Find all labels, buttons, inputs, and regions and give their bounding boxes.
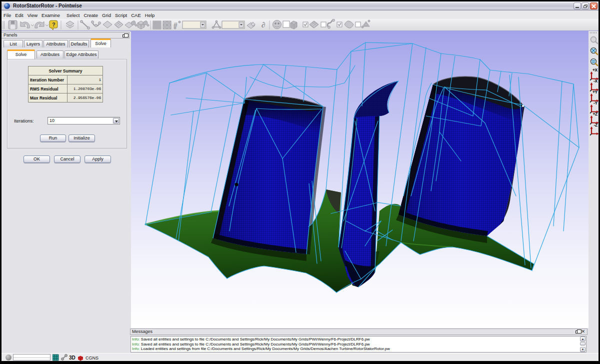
svg-text:∂: ∂ [262, 21, 265, 29]
svg-text:3D: 3D [69, 355, 76, 360]
svg-text:CGNS: CGNS [86, 356, 98, 360]
svg-text:?: ? [52, 22, 56, 28]
